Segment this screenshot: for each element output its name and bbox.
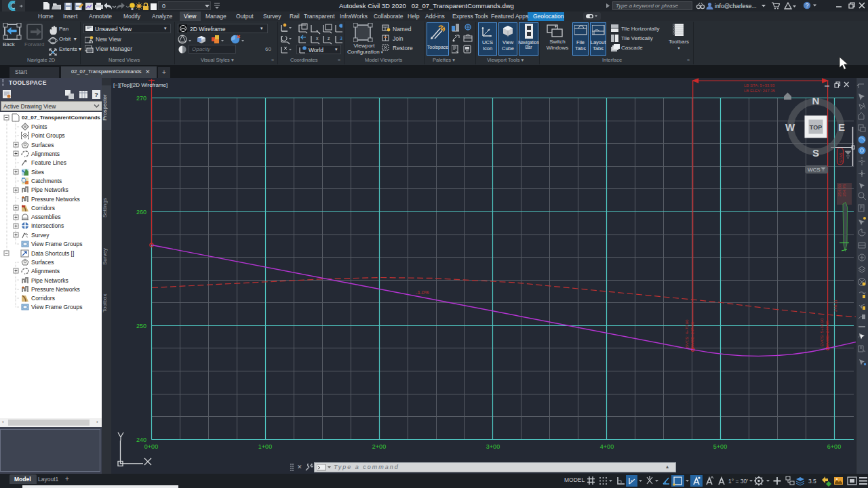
svg-text:5+00: 5+00 — [713, 443, 727, 450]
svg-text:LB STA: 5+33.93: LB STA: 5+33.93 — [744, 83, 775, 87]
svg-text:z: z — [328, 36, 330, 41]
svg-text:0+00: 0+00 — [144, 443, 158, 450]
svg-text:2+00: 2+00 — [372, 443, 386, 450]
svg-text:EVCE: 247.05: EVCE: 247.05 — [825, 320, 829, 346]
svg-text:S: S — [812, 147, 819, 159]
svg-text:BVCS: 4+70.90: BVCS: 4+70.90 — [685, 319, 689, 348]
svg-text:WCS: WCS — [808, 167, 821, 173]
svg-text:260: 260 — [136, 209, 146, 216]
svg-text:1° = 30': 1° = 30' — [728, 478, 748, 485]
svg-text:BVCE: 247.93: BVCE: 247.93 — [690, 321, 694, 348]
svg-text:4+00: 4+00 — [600, 443, 614, 450]
svg-text:240: 240 — [136, 436, 146, 443]
svg-text:-1.0%: -1.0% — [416, 289, 429, 296]
svg-text:3+00: 3+00 — [486, 443, 500, 450]
svg-text:1+00: 1+00 — [258, 443, 272, 450]
svg-text:E: E — [838, 121, 845, 133]
svg-text:270: 270 — [136, 95, 146, 102]
svg-text:?: ? — [806, 2, 809, 9]
svg-text:N: N — [812, 95, 820, 106]
svg-text:[−][Top][2D Wireframe]: [−][Top][2D Wireframe] — [113, 82, 167, 88]
svg-text:?: ? — [94, 92, 98, 98]
svg-text:x: x — [316, 36, 319, 41]
svg-text:STA5: STA5 — [839, 152, 843, 163]
svg-text:LB ELEV: 247.35: LB ELEV: 247.35 — [744, 89, 775, 93]
svg-text:3.5: 3.5 — [808, 478, 816, 485]
svg-text:3: 3 — [340, 36, 342, 41]
svg-text:TOP: TOP — [810, 124, 822, 131]
svg-text:250: 250 — [136, 323, 146, 329]
svg-text:6+00: 6+00 — [827, 443, 841, 450]
svg-text:EVCS: 5+64.90: EVCS: 5+64.90 — [820, 318, 824, 346]
svg-text:248.11: 248.11 — [833, 299, 837, 312]
svg-text:W: W — [785, 121, 795, 133]
